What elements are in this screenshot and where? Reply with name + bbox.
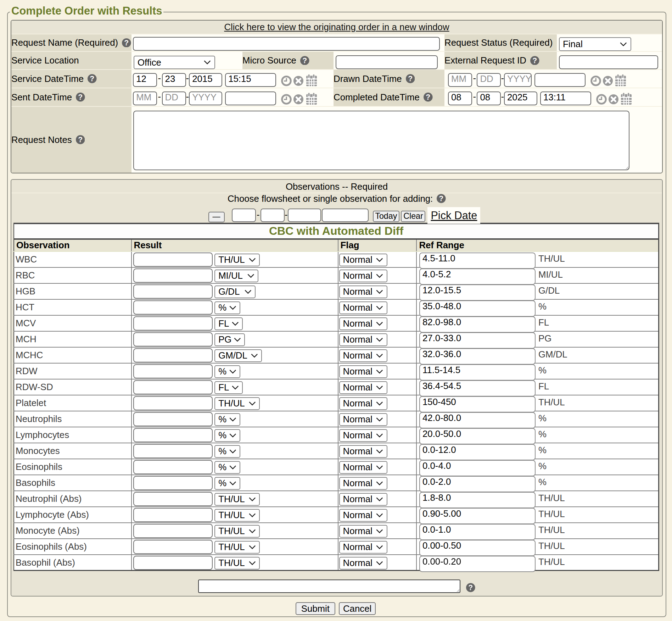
svg-text:?: ? <box>78 135 83 144</box>
svg-text:?: ? <box>469 584 473 592</box>
svg-text:?: ? <box>78 93 83 101</box>
svg-text:?: ? <box>90 74 95 83</box>
svg-text:?: ? <box>426 93 430 101</box>
svg-text:?: ? <box>439 195 444 203</box>
svg-text:?: ? <box>408 74 413 83</box>
svg-text:?: ? <box>302 56 307 65</box>
svg-text:?: ? <box>532 56 537 65</box>
svg-text:?: ? <box>124 39 129 47</box>
